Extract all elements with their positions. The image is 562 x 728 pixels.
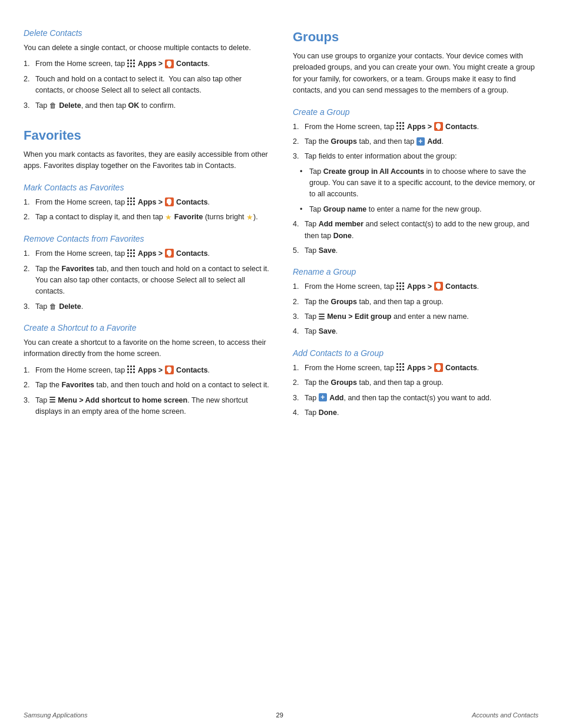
right-column: Groups You can use groups to organize yo…	[293, 18, 538, 422]
delete-step-1: 1. From the Home screen, tap Apps > Cont…	[24, 58, 269, 70]
remove-favorites-steps: 1. From the Home screen, tap Apps > Cont…	[24, 248, 269, 312]
shortcut-step-3: 3. Tap Menu > Add shortcut to home scree…	[24, 395, 269, 418]
groups-title: Groups	[293, 29, 538, 45]
bullet-group-name: Tap Group name to enter a name for the n…	[300, 204, 538, 215]
apps-icon	[396, 122, 405, 130]
contacts-icon	[165, 60, 174, 68]
create-group-step-3: 3. Tap fields to enter information about…	[293, 151, 538, 162]
mark-step-2: 2. Tap a contact to display it, and then…	[24, 212, 269, 223]
page-number: 29	[276, 711, 283, 719]
shortcut-step-2: 2. Tap the Favorites tab, and then touch…	[24, 380, 269, 391]
add-contacts-step-2: 2. Tap the Groups tab, and then tap a gr…	[293, 377, 538, 388]
add-contacts-group-title: Add Contacts to a Group	[293, 348, 538, 358]
rename-step-2: 2. Tap the Groups tab, and then tap a gr…	[293, 297, 538, 308]
apps-icon	[127, 365, 135, 374]
apps-icon	[127, 249, 135, 258]
contacts-icon	[165, 365, 174, 374]
add-contacts-step-4: 4. Tap Done.	[293, 407, 538, 419]
trash-icon: 🗑	[49, 100, 57, 111]
apps-icon	[127, 197, 135, 206]
create-group-section: Create a Group 1. From the Home screen, …	[293, 107, 538, 257]
rename-step-4: 4. Tap Save.	[293, 326, 538, 337]
contacts-icon	[434, 282, 443, 291]
create-group-bullets: Tap Create group in All Accounts in to c…	[300, 166, 538, 216]
footer-right: Accounts and Contacts	[472, 711, 538, 719]
shortcut-section: Create a Shortcut to a Favorite You can …	[24, 323, 269, 417]
remove-step-2: 2. Tap the Favorites tab, and then touch…	[24, 263, 269, 298]
favorites-section: Favorites When you mark contacts as favo…	[24, 128, 269, 417]
menu-icon	[49, 397, 55, 403]
rename-group-title: Rename a Group	[293, 267, 538, 276]
favorites-title: Favorites	[24, 128, 269, 143]
delete-contacts-steps: 1. From the Home screen, tap Apps > Cont…	[24, 58, 269, 111]
mark-favorites-section: Mark Contacts as Favorites 1. From the H…	[24, 183, 269, 224]
contacts-icon	[434, 122, 443, 131]
mark-step-1: 1. From the Home screen, tap Apps > Cont…	[24, 197, 269, 208]
remove-favorites-section: Remove Contacts from Favorites 1. From t…	[24, 234, 269, 312]
rename-group-steps: 1. From the Home screen, tap Apps > Cont…	[293, 281, 538, 338]
delete-contacts-intro: You can delete a single contact, or choo…	[24, 42, 269, 54]
delete-step-2: 2. Touch and hold on a contact to select…	[24, 74, 269, 97]
shortcut-steps: 1. From the Home screen, tap Apps > Cont…	[24, 365, 269, 418]
apps-icon	[396, 282, 405, 291]
bullet-create-group-all-accounts: Tap Create group in All Accounts in to c…	[300, 166, 538, 200]
contacts-icon	[434, 363, 443, 372]
rename-step-3: 3. Tap Menu > Edit group and enter a new…	[293, 311, 538, 322]
remove-favorites-title: Remove Contacts from Favorites	[24, 234, 269, 243]
rename-step-1: 1. From the Home screen, tap Apps > Cont…	[293, 281, 538, 292]
shortcut-step-1: 1. From the Home screen, tap Apps > Cont…	[24, 365, 269, 376]
add-icon: +	[416, 137, 425, 146]
add-contacts-group-steps: 1. From the Home screen, tap Apps > Cont…	[293, 363, 538, 419]
delete-step-3: 3. Tap 🗑 Delete, and then tap OK to conf…	[24, 100, 269, 111]
groups-section: Groups You can use groups to organize yo…	[293, 29, 538, 419]
contacts-icon	[165, 249, 174, 258]
mark-favorites-title: Mark Contacts as Favorites	[24, 183, 269, 192]
create-group-step-2: 2. Tap the Groups tab, and then tap + Ad…	[293, 136, 538, 147]
apps-icon	[396, 363, 405, 371]
delete-contacts-title: Delete Contacts	[24, 28, 269, 38]
footer: Samsung Applications 29 Accounts and Con…	[24, 711, 538, 719]
shortcut-intro: You can create a shortcut to a favorite …	[24, 337, 269, 360]
favorites-intro: When you mark contacts as favorites, the…	[24, 149, 269, 172]
mark-favorites-steps: 1. From the Home screen, tap Apps > Cont…	[24, 197, 269, 224]
left-column: Delete Contacts You can delete a single …	[24, 18, 269, 422]
star-icon: ★	[165, 212, 172, 223]
create-group-title: Create a Group	[293, 107, 538, 117]
add-contacts-group-section: Add Contacts to a Group 1. From the Home…	[293, 348, 538, 419]
menu-icon	[319, 314, 325, 319]
create-group-step-5: 5. Tap Save.	[293, 245, 538, 256]
contacts-icon	[165, 197, 174, 206]
create-group-step-1: 1. From the Home screen, tap Apps > Cont…	[293, 121, 538, 133]
remove-step-3: 3. Tap 🗑 Delete.	[24, 301, 269, 312]
create-group-step-4: 4. Tap Add member and select contact(s) …	[293, 219, 538, 242]
rename-group-section: Rename a Group 1. From the Home screen, …	[293, 267, 538, 338]
trash-icon: 🗑	[49, 301, 57, 312]
add-contacts-step-3: 3. Tap + Add, and then tap the contact(s…	[293, 393, 538, 404]
create-group-steps: 1. From the Home screen, tap Apps > Cont…	[293, 121, 538, 163]
groups-intro: You can use groups to organize your cont…	[293, 51, 538, 97]
add-contacts-step-1: 1. From the Home screen, tap Apps > Cont…	[293, 363, 538, 374]
footer-left: Samsung Applications	[24, 711, 87, 719]
remove-step-1: 1. From the Home screen, tap Apps > Cont…	[24, 248, 269, 259]
add-icon: +	[319, 393, 327, 401]
delete-contacts-section: Delete Contacts You can delete a single …	[24, 28, 269, 111]
apps-icon	[127, 60, 135, 68]
shortcut-title: Create a Shortcut to a Favorite	[24, 323, 269, 332]
create-group-steps2: 4. Tap Add member and select contact(s) …	[293, 219, 538, 256]
star-bright-icon: ★	[246, 212, 253, 223]
